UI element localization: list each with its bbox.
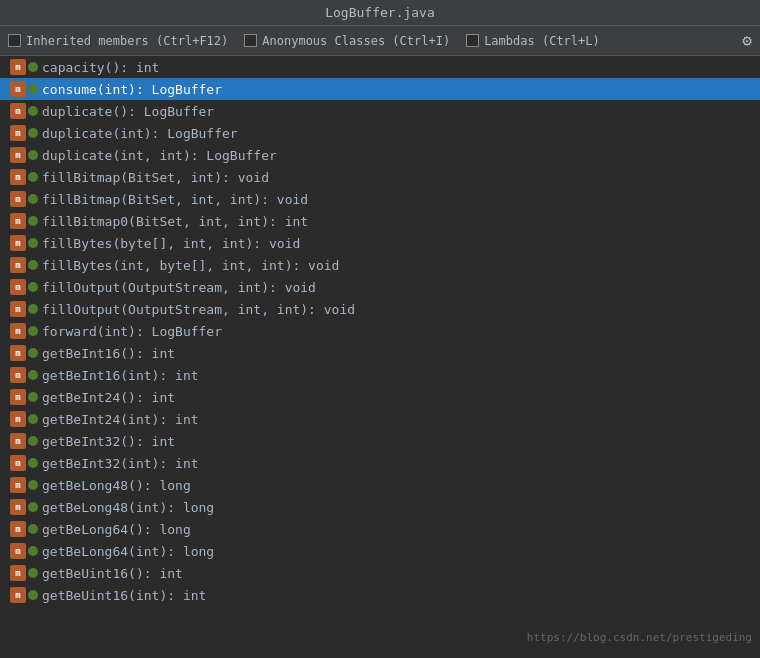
list-item[interactable]: mgetBeInt32(): int — [0, 430, 760, 452]
item-text: getBeUint16(int): int — [42, 588, 206, 603]
method-icon: m — [10, 191, 26, 207]
settings-icon[interactable]: ⚙ — [742, 31, 752, 50]
method-icon: m — [10, 521, 26, 537]
item-text: fillBitmap(BitSet, int, int): void — [42, 192, 308, 207]
item-text: getBeLong48(int): long — [42, 500, 214, 515]
method-icon: m — [10, 543, 26, 559]
title-bar: LogBuffer.java — [0, 0, 760, 26]
list-item[interactable]: mduplicate(): LogBuffer — [0, 100, 760, 122]
visibility-icon — [28, 524, 38, 534]
list-item[interactable]: mgetBeInt32(int): int — [0, 452, 760, 474]
item-text: getBeInt24(): int — [42, 390, 175, 405]
list-item[interactable]: mfillBitmap(BitSet, int): void — [0, 166, 760, 188]
visibility-icon — [28, 62, 38, 72]
item-text: consume(int): LogBuffer — [42, 82, 222, 97]
inherited-members-option[interactable]: Inherited members (Ctrl+F12) — [8, 34, 228, 48]
visibility-icon — [28, 282, 38, 292]
item-text: getBeLong48(): long — [42, 478, 191, 493]
item-text: capacity(): int — [42, 60, 159, 75]
list-item[interactable]: mgetBeInt24(int): int — [0, 408, 760, 430]
item-text: duplicate(int): LogBuffer — [42, 126, 238, 141]
lambdas-checkbox[interactable] — [466, 34, 479, 47]
list-item[interactable]: mduplicate(int): LogBuffer — [0, 122, 760, 144]
list-item[interactable]: mgetBeLong48(): long — [0, 474, 760, 496]
visibility-icon — [28, 414, 38, 424]
list-item[interactable]: mgetBeInt16(): int — [0, 342, 760, 364]
visibility-icon — [28, 392, 38, 402]
method-icon: m — [10, 235, 26, 251]
list-item[interactable]: mgetBeUint16(int): int — [0, 584, 760, 606]
anonymous-classes-option[interactable]: Anonymous Classes (Ctrl+I) — [244, 34, 450, 48]
list-item[interactable]: mfillOutput(OutputStream, int): void — [0, 276, 760, 298]
item-text: fillOutput(OutputStream, int, int): void — [42, 302, 355, 317]
visibility-icon — [28, 84, 38, 94]
item-text: getBeLong64(): long — [42, 522, 191, 537]
method-icon: m — [10, 301, 26, 317]
visibility-icon — [28, 370, 38, 380]
visibility-icon — [28, 304, 38, 314]
visibility-icon — [28, 568, 38, 578]
method-icon: m — [10, 147, 26, 163]
list-item[interactable]: mfillBytes(byte[], int, int): void — [0, 232, 760, 254]
visibility-icon — [28, 150, 38, 160]
visibility-icon — [28, 348, 38, 358]
list-item[interactable]: mgetBeLong48(int): long — [0, 496, 760, 518]
item-text: fillBitmap(BitSet, int): void — [42, 170, 269, 185]
list-item[interactable]: mfillBitmap(BitSet, int, int): void — [0, 188, 760, 210]
item-text: forward(int): LogBuffer — [42, 324, 222, 339]
item-text: getBeUint16(): int — [42, 566, 183, 581]
visibility-icon — [28, 458, 38, 468]
method-icon: m — [10, 213, 26, 229]
method-icon: m — [10, 587, 26, 603]
list-item[interactable]: mgetBeInt24(): int — [0, 386, 760, 408]
visibility-icon — [28, 590, 38, 600]
visibility-icon — [28, 260, 38, 270]
method-icon: m — [10, 389, 26, 405]
method-icon: m — [10, 411, 26, 427]
toolbar: Inherited members (Ctrl+F12) Anonymous C… — [0, 26, 760, 56]
list-item[interactable]: mgetBeLong64(int): long — [0, 540, 760, 562]
list-item[interactable]: mfillBytes(int, byte[], int, int): void — [0, 254, 760, 276]
list-item[interactable]: mgetBeUint16(): int — [0, 562, 760, 584]
method-icon: m — [10, 345, 26, 361]
item-text: fillBytes(int, byte[], int, int): void — [42, 258, 339, 273]
list-item[interactable]: mduplicate(int, int): LogBuffer — [0, 144, 760, 166]
item-text: fillBitmap0(BitSet, int, int): int — [42, 214, 308, 229]
item-text: fillBytes(byte[], int, int): void — [42, 236, 300, 251]
visibility-icon — [28, 216, 38, 226]
list-item[interactable]: mforward(int): LogBuffer — [0, 320, 760, 342]
list-item[interactable]: mfillOutput(OutputStream, int, int): voi… — [0, 298, 760, 320]
watermark: https://blog.csdn.net/prestigeding — [527, 631, 752, 644]
method-icon: m — [10, 565, 26, 581]
item-text: getBeInt32(): int — [42, 434, 175, 449]
item-text: duplicate(int, int): LogBuffer — [42, 148, 277, 163]
method-icon: m — [10, 103, 26, 119]
method-list: mcapacity(): intmconsume(int): LogBuffer… — [0, 56, 760, 648]
item-text: duplicate(): LogBuffer — [42, 104, 214, 119]
list-item[interactable]: mfillBitmap0(BitSet, int, int): int — [0, 210, 760, 232]
item-text: getBeLong64(int): long — [42, 544, 214, 559]
visibility-icon — [28, 326, 38, 336]
lambdas-option[interactable]: Lambdas (Ctrl+L) — [466, 34, 600, 48]
method-icon: m — [10, 279, 26, 295]
anonymous-checkbox[interactable] — [244, 34, 257, 47]
inherited-checkbox[interactable] — [8, 34, 21, 47]
method-icon: m — [10, 323, 26, 339]
list-item[interactable]: mgetBeLong64(): long — [0, 518, 760, 540]
item-text: getBeInt16(int): int — [42, 368, 199, 383]
item-text: getBeInt24(int): int — [42, 412, 199, 427]
method-icon: m — [10, 169, 26, 185]
method-icon: m — [10, 477, 26, 493]
inherited-label: Inherited members (Ctrl+F12) — [26, 34, 228, 48]
visibility-icon — [28, 106, 38, 116]
list-item[interactable]: mcapacity(): int — [0, 56, 760, 78]
visibility-icon — [28, 480, 38, 490]
visibility-icon — [28, 546, 38, 556]
item-text: fillOutput(OutputStream, int): void — [42, 280, 316, 295]
method-icon: m — [10, 455, 26, 471]
list-item[interactable]: mconsume(int): LogBuffer — [0, 78, 760, 100]
list-item[interactable]: mgetBeInt16(int): int — [0, 364, 760, 386]
method-icon: m — [10, 367, 26, 383]
method-icon: m — [10, 125, 26, 141]
visibility-icon — [28, 502, 38, 512]
